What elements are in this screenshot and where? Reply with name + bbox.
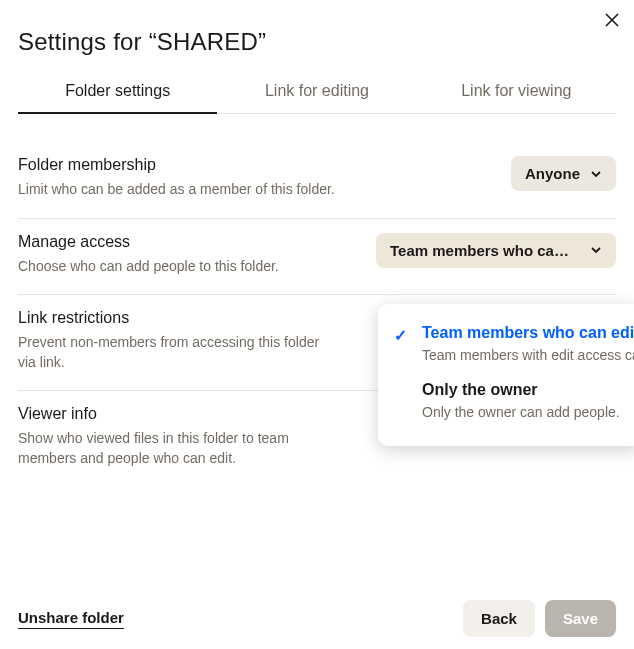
- dropdown-option-desc: Only the owner can add people.: [422, 403, 624, 422]
- close-button[interactable]: [598, 6, 626, 34]
- manage-access-select[interactable]: Team members who ca…: [376, 233, 616, 268]
- chevron-down-icon: [590, 168, 602, 180]
- dropdown-option-title: Team members who can edit: [422, 324, 624, 342]
- back-button[interactable]: Back: [463, 600, 535, 637]
- section-desc: Limit who can be added as a member of th…: [18, 180, 335, 200]
- check-icon: ✓: [394, 326, 407, 345]
- tab-folder-settings[interactable]: Folder settings: [18, 82, 217, 114]
- footer: Unshare folder Back Save: [18, 600, 616, 637]
- section-title: Link restrictions: [18, 309, 338, 327]
- section-desc: Prevent non-members from accessing this …: [18, 333, 338, 372]
- section-desc: Choose who can add people to this folder…: [18, 257, 279, 277]
- dropdown-option-team-members[interactable]: ✓ Team members who can edit Team members…: [378, 318, 634, 375]
- dropdown-option-only-owner[interactable]: Only the owner Only the owner can add pe…: [378, 375, 634, 432]
- tabs: Folder settings Link for editing Link fo…: [18, 82, 616, 114]
- membership-select[interactable]: Anyone: [511, 156, 616, 191]
- section-folder-membership: Folder membership Limit who can be added…: [18, 142, 616, 219]
- section-manage-access: Manage access Choose who can add people …: [18, 219, 616, 296]
- dropdown-option-title: Only the owner: [422, 381, 624, 399]
- chevron-down-icon: [590, 244, 602, 256]
- page-title: Settings for “SHARED”: [18, 28, 616, 56]
- close-icon: [604, 12, 620, 28]
- membership-select-value: Anyone: [525, 165, 580, 182]
- tab-link-viewing[interactable]: Link for viewing: [417, 82, 616, 114]
- manage-access-dropdown: ✓ Team members who can edit Team members…: [378, 304, 634, 446]
- save-button[interactable]: Save: [545, 600, 616, 637]
- section-title: Viewer info: [18, 405, 338, 423]
- dropdown-option-desc: Team members with edit access can add pe…: [422, 346, 624, 365]
- tab-link-editing[interactable]: Link for editing: [217, 82, 416, 114]
- section-desc: Show who viewed files in this folder to …: [18, 429, 338, 468]
- manage-access-select-value: Team members who ca…: [390, 242, 569, 259]
- section-title: Manage access: [18, 233, 279, 251]
- section-title: Folder membership: [18, 156, 335, 174]
- unshare-folder-link[interactable]: Unshare folder: [18, 609, 124, 629]
